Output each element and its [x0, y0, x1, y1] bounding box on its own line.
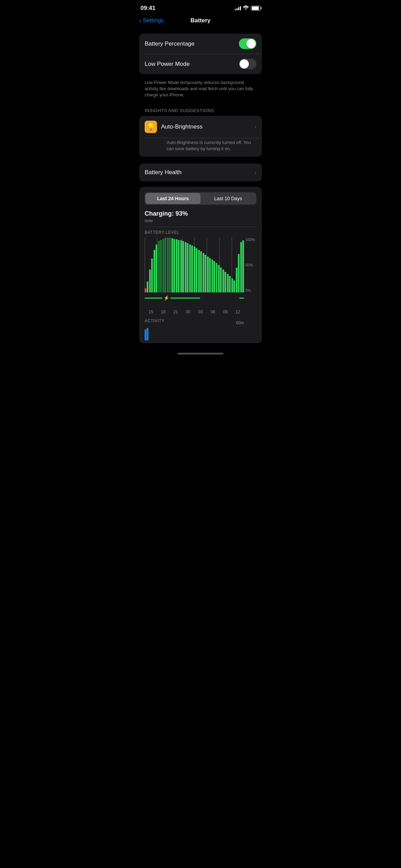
chart-bar-11 — [169, 238, 171, 292]
chart-bar-3 — [151, 258, 153, 292]
activity-bar-9 — [165, 340, 166, 340]
activity-bar-15 — [178, 340, 180, 340]
battery-health-row[interactable]: Battery Health › — [139, 164, 262, 181]
x-label-21: 21 — [170, 310, 182, 314]
insights-section: 💡 Auto-Brightness › Auto-Brightness is c… — [139, 116, 262, 157]
chart-bar-29 — [209, 258, 211, 293]
low-power-mode-row[interactable]: Low Power Mode — [139, 54, 262, 74]
chart-bar-19 — [187, 243, 189, 292]
low-power-mode-footer: Low Power Mode temporarily reduces backg… — [139, 77, 262, 103]
auto-brightness-label: Auto-Brightness — [161, 123, 251, 130]
activity-bar-30 — [211, 340, 213, 340]
chart-bar-14 — [176, 239, 178, 292]
chart-bar-44 — [242, 240, 244, 292]
activity-bar-35 — [222, 340, 224, 340]
chart-bar-16 — [180, 240, 182, 292]
activity-bar-10 — [167, 340, 169, 340]
battery-percentage-toggle[interactable] — [239, 38, 256, 49]
activity-bar-22 — [194, 340, 195, 340]
battery-health-section: Battery Health › — [139, 164, 262, 181]
y-label-50: 50% — [245, 263, 256, 267]
chart-bar-23 — [196, 248, 197, 293]
back-label: Settings — [143, 17, 164, 24]
activity-bar-11 — [169, 340, 171, 340]
battery-health-chevron-icon: › — [255, 169, 256, 176]
chart-bar-1 — [147, 281, 148, 292]
chart-bar-33 — [218, 265, 220, 292]
chart-bar-41 — [236, 268, 238, 292]
auto-brightness-description: Auto-Brightness is currently turned off.… — [145, 138, 262, 157]
activity-bar-6 — [158, 340, 160, 340]
activity-bar-19 — [187, 340, 189, 340]
lightbulb-icon: 💡 — [147, 123, 155, 131]
charge-line-left — [145, 298, 162, 299]
chart-bar-30 — [211, 260, 213, 292]
home-bar — [178, 353, 223, 354]
chart-bar-43 — [240, 242, 242, 292]
chart-bar-24 — [198, 250, 200, 293]
chart-bar-22 — [194, 246, 195, 292]
charging-title: Charging: 93% — [145, 210, 256, 217]
charging-subtitle: now — [145, 218, 256, 223]
auto-brightness-row[interactable]: 💡 Auto-Brightness › — [139, 116, 262, 138]
activity-bar-21 — [191, 340, 193, 340]
chart-section: Last 24 Hours Last 10 Days Charging: 93%… — [139, 187, 262, 343]
back-button[interactable]: ‹ Settings — [139, 17, 164, 25]
charge-line-end — [239, 298, 244, 299]
activity-bar-36 — [224, 340, 226, 340]
chart-bar-37 — [227, 274, 229, 292]
activity-bar-31 — [214, 340, 215, 340]
battery-level-label: BATTERY LEVEL — [145, 230, 256, 235]
activity-bar-32 — [216, 340, 218, 340]
battery-percentage-row[interactable]: Battery Percentage — [139, 34, 262, 54]
status-icons: 100 — [235, 5, 260, 11]
wifi-icon — [243, 5, 249, 11]
lightning-icon: ⚡ — [163, 295, 169, 301]
chart-bar-28 — [207, 256, 209, 293]
tab-last-10-days[interactable]: Last 10 Days — [200, 193, 256, 204]
chart-bar-34 — [220, 267, 222, 293]
battery-percentage-label: Battery Percentage — [145, 40, 195, 47]
activity-bar-44 — [242, 340, 244, 340]
chart-bar-40 — [233, 280, 235, 292]
low-power-mode-toggle[interactable] — [239, 59, 256, 69]
chart-bar-27 — [205, 255, 206, 292]
chart-bar-39 — [231, 278, 233, 293]
activity-bar-13 — [173, 340, 175, 340]
x-label-06: 06 — [207, 310, 219, 314]
chart-bar-8 — [162, 239, 164, 293]
x-label-09: 09 — [219, 310, 232, 314]
activity-chart — [145, 327, 244, 340]
battery-health-label: Battery Health — [145, 169, 182, 176]
activity-bar-0 — [145, 329, 146, 340]
insights-section-header: INSIGHTS AND SUGGESTIONS — [139, 103, 262, 116]
activity-bar-4 — [154, 340, 155, 340]
activity-bar-24 — [198, 340, 200, 340]
chart-bar-13 — [173, 239, 175, 293]
activity-max-label: 60m — [236, 321, 244, 325]
brightness-icon-wrap: 💡 — [145, 121, 157, 133]
activity-bar-1 — [147, 328, 148, 340]
chart-bar-4 — [154, 250, 155, 293]
chart-bar-35 — [222, 269, 224, 292]
chevron-left-icon: ‹ — [139, 17, 142, 25]
chart-x-labels: 15 18 21 00 03 06 09 12 — [145, 310, 244, 314]
tab-last-24-hours[interactable]: Last 24 Hours — [145, 193, 200, 204]
chart-area: 100% 50% 0% — [145, 238, 256, 292]
activity-bar-14 — [176, 340, 178, 340]
activity-bar-28 — [207, 340, 209, 340]
activity-bar-17 — [182, 340, 184, 340]
chart-bar-36 — [224, 272, 226, 293]
activity-bar-43 — [240, 340, 242, 340]
chart-bar-42 — [238, 254, 240, 292]
activity-bar-3 — [151, 340, 153, 340]
activity-bar-7 — [160, 340, 162, 340]
chart-bar-31 — [214, 261, 215, 292]
charge-line-right — [170, 298, 200, 299]
x-label-00: 00 — [182, 310, 194, 314]
status-bar: 09:41 100 — [134, 0, 267, 14]
chart-bar-26 — [203, 253, 204, 292]
chart-bar-7 — [160, 240, 162, 293]
activity-bar-41 — [236, 340, 238, 340]
charging-info: Charging: 93% now — [145, 210, 256, 223]
